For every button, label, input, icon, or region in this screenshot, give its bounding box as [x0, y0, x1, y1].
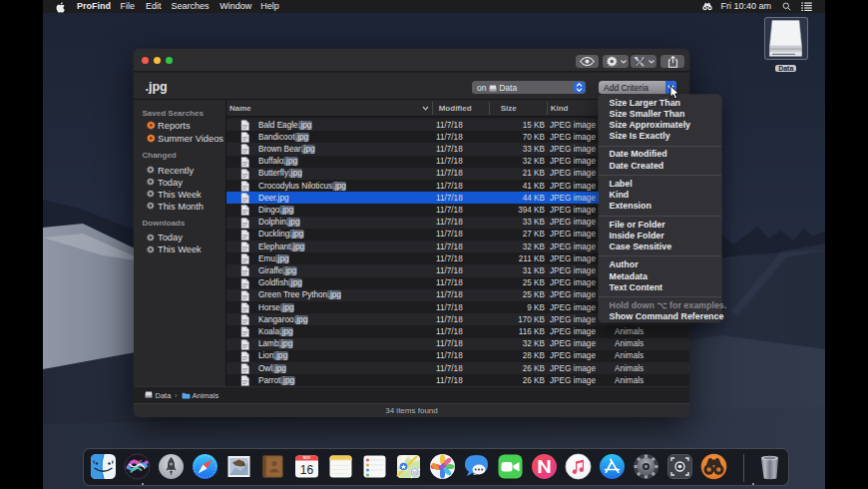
svg-text:NOV: NOV [302, 456, 310, 460]
svg-text:30: 30 [412, 470, 417, 475]
svg-text:16: 16 [299, 463, 313, 477]
